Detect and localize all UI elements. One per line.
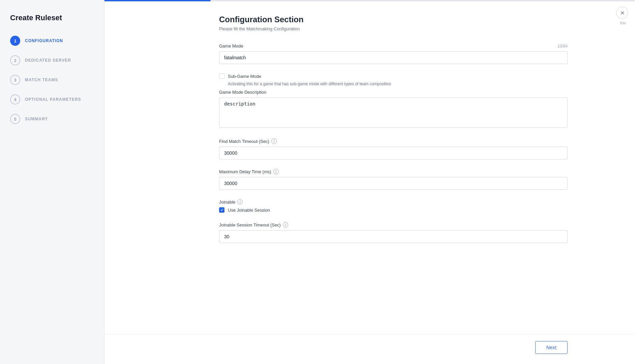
joinable-info-icon[interactable]: i (237, 199, 243, 205)
esc-label: Esc (620, 21, 626, 25)
game-mode-description-group: Game Mode Description description (219, 90, 568, 129)
maximum-delay-label: Maximum Delay Time (ms) i (219, 169, 279, 174)
main-content: ✕ Esc Configuration Section Please fill … (104, 0, 635, 364)
section-subtitle: Please fill the Matchmaking Configuratio… (219, 26, 568, 31)
step-1-label: CONFIGURATION (25, 38, 63, 43)
game-mode-input[interactable] (219, 51, 568, 64)
close-button[interactable]: ✕ (616, 7, 628, 19)
joinable-session-timeout-group: Joinable Session Timeout (Sec) i (219, 222, 568, 243)
step-3-circle: 3 (10, 75, 20, 85)
game-mode-char-count: 10/64 (557, 44, 568, 49)
sidebar-title: Create Ruleset (10, 13, 94, 22)
game-mode-label: Game Mode (219, 43, 243, 49)
game-mode-description-input[interactable]: description (219, 97, 568, 128)
find-match-timeout-group: Find Match Timeout (Sec) i (219, 139, 568, 159)
maximum-delay-info-icon[interactable]: i (273, 169, 279, 174)
sub-game-mode-group: Sub-Game Mode Activating this for a game… (219, 73, 568, 87)
step-1[interactable]: 1 CONFIGURATION (10, 36, 94, 46)
joinable-group: Joinable i Use Joinable Session (219, 199, 568, 213)
find-match-timeout-info-icon[interactable]: i (271, 139, 277, 144)
close-icon: ✕ (620, 10, 625, 16)
maximum-delay-input[interactable] (219, 177, 568, 190)
game-mode-description-label: Game Mode Description (219, 90, 266, 95)
step-5-circle: 5 (10, 114, 20, 124)
step-4-label: OPTIONAL PARAMETERS (25, 97, 81, 102)
use-joinable-label: Use Joinable Session (228, 208, 270, 213)
step-2-circle: 2 (10, 55, 20, 65)
step-5-label: SUMMARY (25, 117, 48, 121)
step-3[interactable]: 3 MATCH TEAMS (10, 75, 94, 85)
step-5[interactable]: 5 SUMMARY (10, 114, 94, 124)
sub-game-mode-checkbox[interactable] (219, 73, 224, 79)
step-4[interactable]: 4 OPTIONAL PARAMETERS (10, 94, 94, 104)
step-4-circle: 4 (10, 94, 20, 104)
step-2[interactable]: 2 DEDICATED SERVER (10, 55, 94, 65)
progress-bar-container (104, 0, 635, 1)
section-title: Configuration Section (219, 15, 568, 24)
find-match-timeout-input[interactable] (219, 147, 568, 159)
game-mode-group: Game Mode 10/64 (219, 43, 568, 64)
joinable-session-timeout-info-icon[interactable]: i (283, 222, 288, 228)
step-3-label: MATCH TEAMS (25, 78, 58, 82)
joinable-session-timeout-input[interactable] (219, 230, 568, 243)
form-area: Configuration Section Please fill the Ma… (104, 1, 635, 334)
sub-game-mode-label: Sub-Game Mode (228, 74, 261, 79)
sidebar: Create Ruleset 1 CONFIGURATION 2 DEDICAT… (0, 0, 104, 364)
step-1-circle: 1 (10, 36, 20, 46)
next-button[interactable]: Next (535, 341, 568, 354)
find-match-timeout-label: Find Match Timeout (Sec) i (219, 139, 277, 144)
step-2-label: DEDICATED SERVER (25, 58, 71, 63)
form-footer: Next (104, 334, 635, 364)
progress-bar-fill (104, 0, 211, 1)
joinable-session-timeout-label: Joinable Session Timeout (Sec) i (219, 222, 288, 228)
joinable-label: Joinable i (219, 199, 243, 205)
sub-game-mode-hint: Activating this for a game that has sub-… (228, 81, 568, 87)
use-joinable-checkbox[interactable] (219, 207, 224, 213)
maximum-delay-group: Maximum Delay Time (ms) i (219, 169, 568, 190)
